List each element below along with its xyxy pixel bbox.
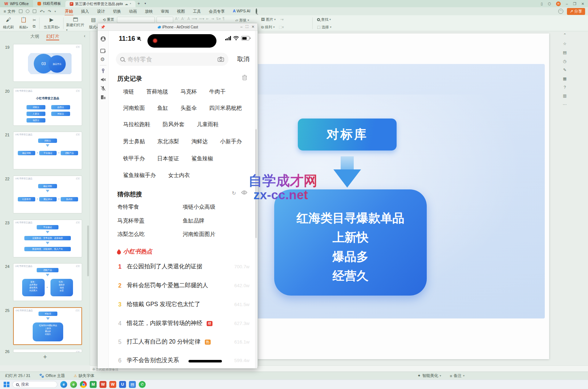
redo-icon[interactable]: ↷ <box>48 9 51 14</box>
rotate-screen-icon[interactable] <box>100 94 106 100</box>
print-icon[interactable] <box>33 9 36 13</box>
grid-icon[interactable]: ▦ <box>563 76 567 81</box>
arrange-button[interactable]: ⧉排列▾⬚▾ <box>260 24 285 31</box>
windows-start-button[interactable] <box>4 382 9 388</box>
account-icon[interactable] <box>100 36 106 42</box>
tab-wps-ai[interactable]: A WPS AI <box>230 8 254 15</box>
notes-toggle-button[interactable]: ≡备注▾ <box>450 373 465 378</box>
history-tag[interactable]: 铁甲手办 <box>123 155 145 162</box>
guess-item[interactable]: 冻梨怎么吃 <box>117 231 183 238</box>
restore-button[interactable]: ❐ <box>573 2 576 6</box>
hot-list-item[interactable]: 6 学不会告别也没关系 599.4w <box>117 357 250 364</box>
output-icon[interactable] <box>26 9 29 13</box>
trash-icon[interactable] <box>242 75 247 80</box>
history-tag[interactable]: 鱼缸 <box>157 105 168 112</box>
hot-list-item[interactable]: 1 在公园拍到了人类退化的证据 700.7w <box>117 263 250 270</box>
chart-panel-icon[interactable]: ▥ <box>563 93 567 98</box>
slide-thumbnail-22[interactable]: 小红书带货之选品 幻灯 确定词根 社群推荐 + 圈定类目 + 热词表 <box>13 176 82 213</box>
history-tag[interactable]: 头盔伞 <box>181 105 197 112</box>
copy-icon[interactable]: ⧉ <box>33 24 36 29</box>
slide-thumbnail-23[interactable]: 小红书带货之选品 幻灯 平台验证 宏观数据、竞争优势、还原场景 数据维度、试错成… <box>13 220 82 257</box>
hot-list-item[interactable]: 3 给猫戴 GPS 发现它也太忙了 641.5w <box>117 301 250 308</box>
tab-wps-office[interactable]: W WPS Office <box>0 0 33 7</box>
slide-thumbnail-26[interactable]: 幻灯 <box>13 349 82 353</box>
panel-scrollbar[interactable] <box>87 225 89 276</box>
guess-item[interactable]: 鱼缸品牌 <box>183 217 248 224</box>
tab-outline[interactable]: 大纲 <box>31 34 39 39</box>
history-tag[interactable]: 东北冻梨 <box>157 138 179 145</box>
speaker-muted-icon[interactable] <box>100 77 106 83</box>
hot-list-item[interactable]: 4 惜花芷，内娱掌管转场的神经 梗 627.3w <box>117 320 250 327</box>
theme-skin-icon[interactable]: ◠ <box>558 9 563 14</box>
taskbar-phone-icon[interactable]: ✆ <box>139 381 146 388</box>
history-tag[interactable]: 项链 <box>123 88 134 95</box>
cast-close-button[interactable]: ✕ <box>252 25 255 29</box>
history-tag[interactable]: 防风外套 <box>163 121 184 128</box>
history-tag[interactable]: 马拉松跑鞋 <box>123 121 150 128</box>
tab-review[interactable]: 审阅 <box>158 8 172 15</box>
cast-titlebar[interactable]: 📌 iPhone - AirDroid Cast – ⛶ ✕ <box>98 23 257 31</box>
cancel-button[interactable]: 取消 <box>237 55 250 63</box>
picture-button[interactable]: 🖼图片▾◔▾ <box>260 16 285 23</box>
missing-font-warning[interactable]: ⚠缺失字体 <box>74 373 94 378</box>
history-tag[interactable]: 牛肉干 <box>209 88 226 95</box>
office-theme-button[interactable]: 🐾Office 主题 <box>39 373 65 378</box>
refresh-icon[interactable]: ↻ <box>232 190 236 196</box>
tab-slideshow[interactable]: 放映 <box>142 8 156 15</box>
taskbar-green-browser-icon[interactable]: e <box>70 381 77 388</box>
history-tag[interactable]: 儿童雨鞋 <box>197 121 219 128</box>
undo-icon[interactable]: ↶▾ <box>40 9 44 14</box>
minimize-button[interactable]: – <box>566 2 568 6</box>
pin-icon[interactable]: 📌 <box>98 25 105 29</box>
tab-design[interactable]: 设计 <box>94 8 108 15</box>
find-button[interactable]: 查找▾ <box>316 16 332 23</box>
search-bar[interactable]: 奇特零食 <box>116 53 228 66</box>
history-tag[interactable]: 日本签证 <box>157 155 179 162</box>
star-icon[interactable]: ☆ <box>563 41 567 46</box>
taskbar-wps-icon[interactable]: W <box>100 381 106 388</box>
format-painter-button[interactable]: 🖌 格式刷 <box>2 16 15 31</box>
new-tab-button[interactable]: + <box>135 0 142 7</box>
user-avatar[interactable]: R <box>556 1 561 6</box>
panel-collapse-button[interactable]: ‹ <box>84 33 85 39</box>
slide-content-box[interactable]: 红海类目寻爆款单品 上新快 爆品多 经营久 <box>274 189 427 296</box>
guess-item[interactable]: 河南烩面图片 <box>183 231 248 238</box>
cast-fullscreen-button[interactable]: ⛶ <box>246 25 248 29</box>
scroll-up-icon[interactable]: ⌃ <box>563 33 566 37</box>
tab-home[interactable]: 开始 <box>62 8 76 15</box>
taskbar-search-box[interactable]: 搜索 <box>12 381 57 388</box>
hot-list-item[interactable]: 2 骨科会惩罚每个爱翘二郎腿的人 642.0w <box>117 282 250 289</box>
slide-thumbnail-19[interactable]: 幻灯 03 选品方法 <box>13 44 82 82</box>
camera-icon[interactable] <box>218 57 224 62</box>
edit-icon[interactable]: ✎ <box>563 68 566 72</box>
tab-list-dropdown[interactable]: ▾ <box>142 0 149 7</box>
history-tag[interactable]: 鲨鱼辣椒 <box>191 155 213 162</box>
more-panel-icon[interactable]: ⋯ <box>563 102 567 107</box>
cube-icon[interactable]: ⬡ <box>548 2 551 6</box>
history-tag[interactable]: 四川米易枇杷 <box>209 105 242 112</box>
quickbar-more-icon[interactable]: ▾ <box>54 10 56 13</box>
select-button[interactable]: ⬚选择▾ <box>316 24 332 31</box>
tab-insert[interactable]: 插入 <box>78 8 92 15</box>
airdroid-cast-window[interactable]: 📌 iPhone - AirDroid Cast – ⛶ ✕ ⚙ 11:16 <box>97 23 258 368</box>
slide-thumbnail-25-selected[interactable]: 小红书带货之选品 幻灯 对标库 红海类目寻爆款单品上新快爆品多经营久 <box>13 307 82 345</box>
history-tag[interactable]: 马克杯 <box>181 88 197 95</box>
history-tag[interactable]: 淘鲜达 <box>191 138 208 145</box>
history-tag[interactable]: 小新手办 <box>220 138 242 145</box>
eye-icon[interactable] <box>241 190 247 195</box>
new-window-icon[interactable] <box>100 48 106 54</box>
device-sync-icon[interactable]: ▯ <box>541 2 543 6</box>
file-menu[interactable]: ≡ 文件 <box>0 9 19 14</box>
guess-item[interactable]: 项链小众高级 <box>183 204 248 210</box>
paste-button[interactable]: 📋 粘贴▾ <box>17 16 30 31</box>
help-icon[interactable]: ? <box>564 85 566 89</box>
new-slide-button[interactable]: 🗔 新建幻灯片▾ <box>66 16 85 31</box>
settings-gear-icon[interactable]: ⚙ <box>100 56 106 62</box>
cut-icon[interactable]: ✂ <box>33 17 36 23</box>
tab-transition[interactable]: 切换 <box>110 8 124 15</box>
beautify-button[interactable]: ✦智能美化▾ <box>417 373 441 378</box>
mic-muted-icon[interactable] <box>100 85 106 91</box>
history-tag[interactable]: 河南烩面 <box>123 105 145 112</box>
cast-minimize-button[interactable]: – <box>240 25 243 29</box>
tab-document[interactable]: P 第三课小红书带货之选品.pptx ☁ * <box>65 1 135 7</box>
